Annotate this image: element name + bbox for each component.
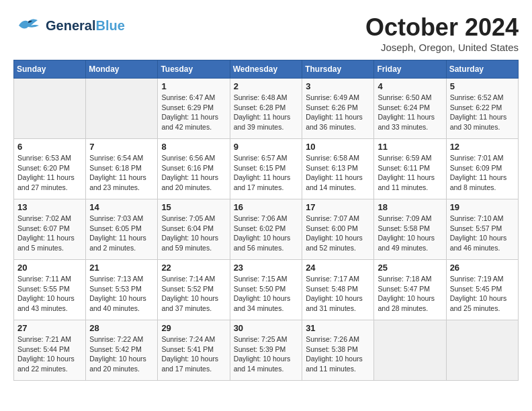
calendar-cell: 9Sunrise: 6:57 AM Sunset: 6:15 PM Daylig… [230, 139, 302, 199]
day-info: Sunrise: 7:01 AM Sunset: 6:09 PM Dayligh… [450, 153, 515, 193]
calendar-cell: 15Sunrise: 7:05 AM Sunset: 6:04 PM Dayli… [158, 199, 230, 260]
day-info: Sunrise: 7:05 AM Sunset: 6:04 PM Dayligh… [161, 214, 226, 253]
logo-bird-icon [13, 13, 43, 38]
day-number: 7 [89, 142, 154, 152]
day-number: 2 [234, 81, 299, 91]
weekday-header-sunday: Sunday [14, 60, 86, 79]
week-row-4: 20Sunrise: 7:11 AM Sunset: 5:55 PM Dayli… [14, 260, 519, 320]
day-number: 1 [161, 81, 226, 91]
calendar-cell: 26Sunrise: 7:19 AM Sunset: 5:45 PM Dayli… [446, 260, 518, 320]
calendar-cell: 3Sunrise: 6:49 AM Sunset: 6:26 PM Daylig… [302, 79, 374, 139]
weekday-header-tuesday: Tuesday [158, 60, 230, 79]
day-info: Sunrise: 7:14 AM Sunset: 5:52 PM Dayligh… [161, 274, 226, 314]
week-row-3: 13Sunrise: 7:02 AM Sunset: 6:07 PM Dayli… [14, 199, 519, 260]
day-number: 19 [450, 202, 515, 212]
day-info: Sunrise: 6:49 AM Sunset: 6:26 PM Dayligh… [306, 93, 370, 132]
day-number: 30 [234, 323, 299, 333]
day-info: Sunrise: 7:03 AM Sunset: 6:05 PM Dayligh… [89, 214, 154, 253]
day-number: 24 [306, 263, 370, 273]
day-number: 5 [450, 81, 515, 91]
calendar-cell: 2Sunrise: 6:48 AM Sunset: 6:28 PM Daylig… [230, 79, 302, 139]
day-number: 4 [378, 81, 442, 91]
day-info: Sunrise: 7:02 AM Sunset: 6:07 PM Dayligh… [17, 214, 82, 253]
day-info: Sunrise: 7:24 AM Sunset: 5:41 PM Dayligh… [161, 334, 226, 374]
day-info: Sunrise: 7:18 AM Sunset: 5:47 PM Dayligh… [378, 274, 442, 314]
day-number: 31 [306, 323, 370, 333]
calendar-table: SundayMondayTuesdayWednesdayThursdayFrid… [13, 60, 519, 381]
day-info: Sunrise: 7:10 AM Sunset: 5:57 PM Dayligh… [450, 214, 515, 253]
calendar-cell [446, 320, 518, 381]
calendar-cell: 8Sunrise: 6:56 AM Sunset: 6:16 PM Daylig… [158, 139, 230, 199]
day-number: 11 [378, 142, 442, 152]
calendar-cell: 29Sunrise: 7:24 AM Sunset: 5:41 PM Dayli… [158, 320, 230, 381]
logo: GeneralBlue [13, 13, 125, 38]
day-number: 6 [17, 142, 82, 152]
calendar-cell: 18Sunrise: 7:09 AM Sunset: 5:58 PM Dayli… [374, 199, 446, 260]
day-info: Sunrise: 7:22 AM Sunset: 5:42 PM Dayligh… [89, 334, 154, 374]
day-info: Sunrise: 7:17 AM Sunset: 5:48 PM Dayligh… [306, 274, 370, 314]
page-header: GeneralBlue October 2024 Joseph, Oregon,… [13, 13, 519, 53]
calendar-cell: 25Sunrise: 7:18 AM Sunset: 5:47 PM Dayli… [374, 260, 446, 320]
calendar-cell: 17Sunrise: 7:07 AM Sunset: 6:00 PM Dayli… [302, 199, 374, 260]
calendar-cell: 19Sunrise: 7:10 AM Sunset: 5:57 PM Dayli… [446, 199, 518, 260]
day-info: Sunrise: 7:19 AM Sunset: 5:45 PM Dayligh… [450, 274, 515, 314]
calendar-cell: 28Sunrise: 7:22 AM Sunset: 5:42 PM Dayli… [86, 320, 158, 381]
weekday-header-thursday: Thursday [302, 60, 374, 79]
weekday-header-wednesday: Wednesday [230, 60, 302, 79]
day-info: Sunrise: 6:59 AM Sunset: 6:11 PM Dayligh… [378, 153, 442, 193]
day-info: Sunrise: 7:26 AM Sunset: 5:38 PM Dayligh… [306, 334, 370, 374]
day-number: 18 [378, 202, 442, 212]
day-info: Sunrise: 7:15 AM Sunset: 5:50 PM Dayligh… [234, 274, 299, 314]
day-number: 9 [234, 142, 299, 152]
calendar-cell: 1Sunrise: 6:47 AM Sunset: 6:29 PM Daylig… [158, 79, 230, 139]
day-info: Sunrise: 6:47 AM Sunset: 6:29 PM Dayligh… [161, 93, 226, 132]
week-row-1: 1Sunrise: 6:47 AM Sunset: 6:29 PM Daylig… [14, 79, 519, 139]
logo-general: General [46, 18, 95, 33]
calendar-cell: 16Sunrise: 7:06 AM Sunset: 6:02 PM Dayli… [230, 199, 302, 260]
day-info: Sunrise: 6:57 AM Sunset: 6:15 PM Dayligh… [234, 153, 299, 193]
day-info: Sunrise: 6:54 AM Sunset: 6:18 PM Dayligh… [89, 153, 154, 193]
day-number: 27 [17, 323, 82, 333]
calendar-cell: 14Sunrise: 7:03 AM Sunset: 6:05 PM Dayli… [86, 199, 158, 260]
calendar-cell: 23Sunrise: 7:15 AM Sunset: 5:50 PM Dayli… [230, 260, 302, 320]
day-info: Sunrise: 7:11 AM Sunset: 5:55 PM Dayligh… [17, 274, 82, 314]
calendar-cell: 10Sunrise: 6:58 AM Sunset: 6:13 PM Dayli… [302, 139, 374, 199]
week-row-5: 27Sunrise: 7:21 AM Sunset: 5:44 PM Dayli… [14, 320, 519, 381]
week-row-2: 6Sunrise: 6:53 AM Sunset: 6:20 PM Daylig… [14, 139, 519, 199]
day-number: 15 [161, 202, 226, 212]
day-number: 25 [378, 263, 442, 273]
calendar-cell: 31Sunrise: 7:26 AM Sunset: 5:38 PM Dayli… [302, 320, 374, 381]
day-number: 21 [89, 263, 154, 273]
day-info: Sunrise: 7:09 AM Sunset: 5:58 PM Dayligh… [378, 214, 442, 253]
day-number: 13 [17, 202, 82, 212]
calendar-cell: 6Sunrise: 6:53 AM Sunset: 6:20 PM Daylig… [14, 139, 86, 199]
calendar-cell: 5Sunrise: 6:52 AM Sunset: 6:22 PM Daylig… [446, 79, 518, 139]
month-title: October 2024 [365, 13, 519, 42]
day-number: 26 [450, 263, 515, 273]
day-info: Sunrise: 7:07 AM Sunset: 6:00 PM Dayligh… [306, 214, 370, 253]
calendar-cell: 30Sunrise: 7:25 AM Sunset: 5:39 PM Dayli… [230, 320, 302, 381]
weekday-header-monday: Monday [86, 60, 158, 79]
weekday-header-row: SundayMondayTuesdayWednesdayThursdayFrid… [14, 60, 519, 79]
calendar-cell [14, 79, 86, 139]
calendar-cell: 7Sunrise: 6:54 AM Sunset: 6:18 PM Daylig… [86, 139, 158, 199]
day-number: 22 [161, 263, 226, 273]
day-number: 8 [161, 142, 226, 152]
day-info: Sunrise: 6:56 AM Sunset: 6:16 PM Dayligh… [161, 153, 226, 193]
day-info: Sunrise: 6:48 AM Sunset: 6:28 PM Dayligh… [234, 93, 299, 132]
calendar-cell: 13Sunrise: 7:02 AM Sunset: 6:07 PM Dayli… [14, 199, 86, 260]
day-number: 17 [306, 202, 370, 212]
day-info: Sunrise: 7:25 AM Sunset: 5:39 PM Dayligh… [234, 334, 299, 374]
title-block: October 2024 Joseph, Oregon, United Stat… [365, 13, 519, 53]
day-number: 23 [234, 263, 299, 273]
calendar-cell: 22Sunrise: 7:14 AM Sunset: 5:52 PM Dayli… [158, 260, 230, 320]
day-info: Sunrise: 6:58 AM Sunset: 6:13 PM Dayligh… [306, 153, 370, 193]
day-info: Sunrise: 7:13 AM Sunset: 5:53 PM Dayligh… [89, 274, 154, 314]
day-info: Sunrise: 6:53 AM Sunset: 6:20 PM Dayligh… [17, 153, 82, 193]
day-number: 20 [17, 263, 82, 273]
day-info: Sunrise: 6:50 AM Sunset: 6:24 PM Dayligh… [378, 93, 442, 132]
day-number: 16 [234, 202, 299, 212]
day-number: 12 [450, 142, 515, 152]
day-number: 29 [161, 323, 226, 333]
weekday-header-friday: Friday [374, 60, 446, 79]
